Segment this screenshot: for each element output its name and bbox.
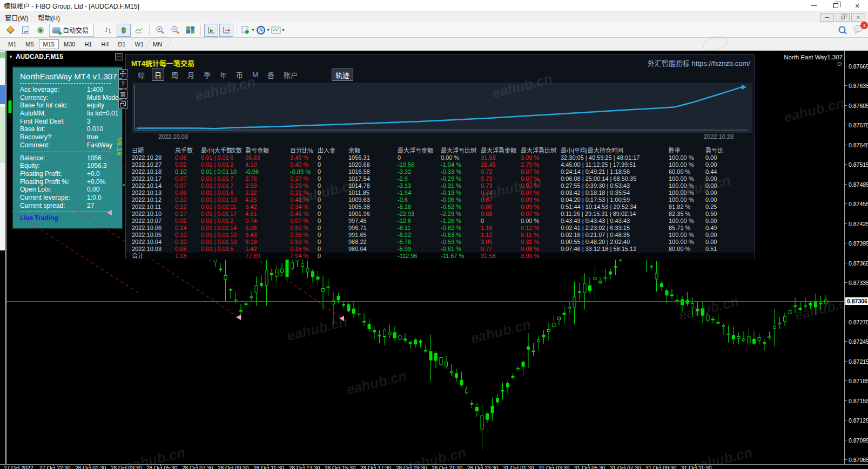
- indicators-button[interactable]: ▾: [240, 24, 254, 37]
- stats-tab-2[interactable]: 日: [152, 69, 164, 81]
- table-row[interactable]: 2022.10.280.060.01 | 0.01635.633.49 %010…: [126, 154, 755, 161]
- disable-button[interactable]: 禁: [118, 90, 127, 99]
- table-row[interactable]: 2022.10.050.100.01 | 0.01103.430.35 %099…: [126, 232, 755, 239]
- timeframe-H1[interactable]: H1: [80, 39, 96, 49]
- menu-help[interactable]: 帮助(H): [33, 13, 65, 22]
- mdi-minimize-button[interactable]: [820, 13, 834, 22]
- cell-balance: 996.71: [348, 225, 398, 232]
- templates-button[interactable]: ▾: [271, 24, 285, 37]
- price-axis[interactable]: 0.87306 0.876650.876350.876050.875750.87…: [844, 51, 868, 464]
- column-header: 盈亏比: [705, 147, 756, 154]
- stats-tab-5[interactable]: 季: [201, 69, 213, 80]
- stats-tab-9[interactable]: 备: [265, 69, 277, 80]
- stats-track-button[interactable]: 轨迹: [332, 69, 353, 81]
- timeframe-M5[interactable]: M5: [21, 39, 38, 49]
- window-title: 模拟帐户 - FIBO Group, Ltd - [AUDCAD.F,M15]: [0, 1, 139, 10]
- table-row[interactable]: 2022.10.180.100.01 | 0.0110-0.96-0.09 %0…: [126, 168, 755, 175]
- time-tick: [410, 464, 411, 466]
- cell-mfpp: 0.07 %: [521, 182, 561, 189]
- signals-button[interactable]: [33, 24, 48, 37]
- table-row[interactable]: 2022.10.100.170.01 | 0.01174.510.45 %010…: [126, 210, 755, 217]
- cell-balance: [348, 253, 398, 260]
- time-label: 31 Oct 07:30: [610, 465, 641, 469]
- mdi-close-button[interactable]: ×: [851, 13, 865, 22]
- duplicate-window-button[interactable]: [118, 100, 127, 109]
- timeframe-W1[interactable]: W1: [131, 39, 149, 49]
- cell-pnl: 2.93: [245, 182, 290, 189]
- chart-shift-button[interactable]: [219, 24, 233, 37]
- stats-tab-4[interactable]: 月: [185, 69, 197, 80]
- statistics-brand-link[interactable]: 外汇智能指标 https://fxznzb.com/: [648, 58, 750, 68]
- table-row[interactable]: 2022.10.120.100.01 | 0.01104.250.42 %010…: [126, 196, 755, 203]
- cell-plr: [705, 253, 756, 260]
- panel-minimize-button[interactable]: [115, 53, 123, 60]
- cell-pnl: 3.42: [245, 203, 290, 210]
- chart-symbol-header[interactable]: ▼ AUDCAD.F,M15: [9, 53, 63, 60]
- table-row[interactable]: 2022.10.060.140.01 | 0.01145.060.51 %099…: [126, 225, 755, 232]
- stats-tab-7[interactable]: 币: [234, 69, 245, 80]
- price-tick: [845, 361, 847, 362]
- chevron-down-icon: ▼: [9, 55, 13, 59]
- timeframe-H4[interactable]: H4: [97, 39, 113, 49]
- cell-minmax: 0.01 | 0.01: [201, 161, 230, 168]
- minimize-button[interactable]: [803, 0, 825, 11]
- table-row[interactable]: 2022.10.040.100.01 | 0.01108.180.83 %098…: [126, 239, 755, 246]
- line-chart-mode-button[interactable]: [132, 24, 146, 37]
- cell-pnl: 4.25: [245, 196, 290, 203]
- autotrade-button[interactable]: 自动交易: [49, 24, 94, 37]
- templates-dropdown-arrow[interactable]: ▾: [282, 28, 285, 32]
- candle-chart-mode-button[interactable]: [117, 24, 131, 37]
- auto-scroll-button[interactable]: [204, 24, 218, 37]
- timeframe-M1[interactable]: M1: [4, 39, 21, 49]
- mdi-restore-button[interactable]: [836, 13, 850, 22]
- search-icon[interactable]: [838, 25, 847, 35]
- cell-lots: 0.07: [175, 182, 201, 189]
- time-tick: [446, 464, 446, 466]
- help-button[interactable]: ?: [118, 79, 127, 89]
- stats-tab-8[interactable]: M: [250, 70, 260, 79]
- time-axis[interactable]: 27 Oct 202227 Oct 22:3028 Oct 01:3028 Oc…: [0, 465, 868, 469]
- periods-button[interactable]: ▾: [255, 24, 270, 37]
- table-row[interactable]: 2022.10.110.120.01 | 0.02113.420.34 %010…: [126, 203, 755, 210]
- table-total-row[interactable]: 合计1.1877.697.94 %0-112.96-11.67 %31.583.…: [126, 253, 755, 260]
- stats-tab-6[interactable]: 年: [218, 69, 229, 80]
- stats-tab-10[interactable]: 账户: [281, 69, 300, 80]
- bar-chart-mode-button[interactable]: [102, 24, 116, 37]
- timeframe-M30[interactable]: M30: [59, 39, 79, 49]
- table-row[interactable]: 2022.10.130.060.01 | 0.0162.220.22 %0101…: [126, 189, 755, 196]
- cell-inout: 0: [318, 253, 348, 260]
- new-order-button[interactable]: [3, 24, 17, 37]
- timeframe-D1[interactable]: D1: [114, 39, 130, 49]
- timeframe-M15[interactable]: M15: [39, 39, 59, 49]
- table-row[interactable]: 2022.10.170.070.01 | 0.0172.760.27 %0101…: [126, 175, 755, 182]
- cell-mfpp: 3.09 %: [521, 253, 561, 260]
- cell-date: 2022.10.04: [132, 239, 175, 246]
- table-row[interactable]: 2022.10.270.020.01 | 0.0124.100.40 %0102…: [126, 161, 755, 168]
- table-row[interactable]: 2022.10.140.070.01 | 0.0172.930.29 %0101…: [126, 182, 755, 189]
- move-panel-button[interactable]: [118, 69, 127, 78]
- table-row[interactable]: 2022.10.070.020.01 | 0.0120.740.07 %0997…: [126, 217, 755, 225]
- cell-count: 7: [230, 182, 245, 189]
- stats-tab-1[interactable]: 综: [136, 69, 147, 80]
- indicators-dropdown-arrow[interactable]: ▾: [252, 28, 254, 32]
- stats-tab-3[interactable]: 周: [169, 69, 180, 80]
- table-row[interactable]: 2022.10.030.050.01 | 0.0151.420.15 %0980…: [126, 246, 755, 253]
- equity-start-date: 2022.10.03: [158, 133, 188, 140]
- notifications-button[interactable]: 1: [853, 25, 864, 36]
- periods-clock-icon: [256, 25, 266, 35]
- restore-button[interactable]: [825, 0, 846, 11]
- menu-window[interactable]: 窗口(W): [0, 13, 33, 22]
- close-button[interactable]: ×: [846, 0, 868, 11]
- zoom-out-icon: [170, 25, 180, 35]
- ea-field-label: Equity:: [20, 162, 87, 170]
- cell-date: 2022.10.14: [132, 182, 175, 189]
- new-chart-button[interactable]: [18, 24, 32, 37]
- zoom-in-button[interactable]: [153, 24, 167, 37]
- cell-mfp: 0.68: [481, 210, 521, 217]
- tile-windows-button[interactable]: [183, 24, 197, 37]
- cell-mflp: -0.06 %: [441, 196, 481, 203]
- templates-icon: [271, 26, 281, 35]
- ea-field-row: Base lot:0.010: [20, 125, 122, 133]
- periods-dropdown-arrow[interactable]: ▾: [267, 28, 270, 32]
- zoom-out-button[interactable]: [168, 24, 182, 37]
